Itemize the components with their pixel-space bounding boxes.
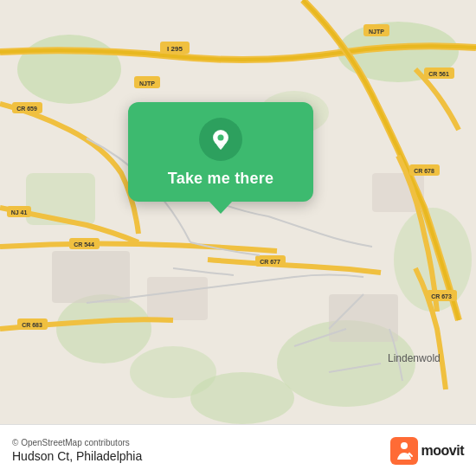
svg-text:CR 659: CR 659 [16,106,37,112]
navigation-popup[interactable]: Take me there [128,102,313,202]
svg-text:NJ 41: NJ 41 [11,209,28,215]
svg-point-8 [130,346,216,398]
svg-text:NJTP: NJTP [139,80,155,87]
moovit-brand-icon [390,437,418,465]
moovit-logo: moovit [390,437,464,465]
svg-text:I 295: I 295 [167,45,183,53]
svg-point-39 [218,135,224,141]
svg-text:CR 683: CR 683 [22,322,42,328]
svg-text:NJTP: NJTP [369,29,384,35]
svg-text:CR 677: CR 677 [260,259,280,265]
take-me-there-button[interactable]: Take me there [168,170,273,188]
svg-text:CR 544: CR 544 [74,241,94,248]
svg-point-4 [56,294,151,363]
bottom-bar: © OpenStreetMap contributors Hudson Ct, … [0,424,476,476]
svg-rect-11 [147,277,208,320]
location-label: Hudson Ct, Philadelphia [12,449,382,463]
osm-credit: © OpenStreetMap contributors [12,438,382,447]
svg-text:CR 678: CR 678 [414,168,434,174]
popup-icon-container [199,118,242,161]
svg-rect-40 [390,437,418,465]
svg-text:CR 561: CR 561 [428,71,449,77]
location-pin-icon [209,127,233,151]
svg-point-1 [17,35,121,104]
svg-point-41 [401,442,408,449]
moovit-brand-text: moovit [421,443,464,459]
map-area: I 295 NJTP NJTP CR 659 CR 561 NJ 41 CR 5… [0,0,476,424]
svg-text:Lindenwold: Lindenwold [388,352,441,364]
map-svg: I 295 NJTP NJTP CR 659 CR 561 NJ 41 CR 5… [0,0,476,424]
svg-rect-10 [52,251,130,303]
svg-text:CR 673: CR 673 [431,293,452,299]
